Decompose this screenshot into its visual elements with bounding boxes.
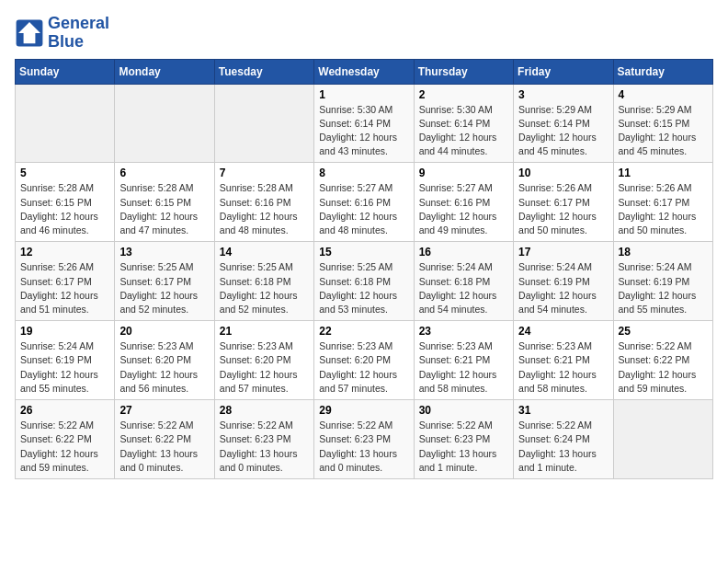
calendar-cell: 13Sunrise: 5:25 AM Sunset: 6:17 PM Dayli…	[115, 242, 214, 321]
day-number: 21	[220, 325, 309, 338]
logo: General Blue	[15, 15, 109, 52]
day-info: Sunrise: 5:23 AM Sunset: 6:20 PM Dayligh…	[319, 339, 408, 396]
calendar-cell	[214, 84, 313, 163]
week-row-5: 26Sunrise: 5:22 AM Sunset: 6:22 PM Dayli…	[16, 400, 713, 479]
calendar-header-row: SundayMondayTuesdayWednesdayThursdayFrid…	[16, 59, 713, 84]
day-info: Sunrise: 5:27 AM Sunset: 6:16 PM Dayligh…	[319, 181, 408, 237]
calendar-cell: 23Sunrise: 5:23 AM Sunset: 6:21 PM Dayli…	[414, 321, 513, 400]
day-number: 28	[220, 404, 309, 417]
logo-icon	[15, 18, 44, 48]
calendar-cell: 17Sunrise: 5:24 AM Sunset: 6:19 PM Dayli…	[514, 242, 613, 321]
calendar-cell: 21Sunrise: 5:23 AM Sunset: 6:20 PM Dayli…	[214, 321, 313, 400]
calendar-cell: 1Sunrise: 5:30 AM Sunset: 6:14 PM Daylig…	[314, 84, 414, 163]
calendar-cell: 2Sunrise: 5:30 AM Sunset: 6:14 PM Daylig…	[414, 84, 513, 163]
day-info: Sunrise: 5:25 AM Sunset: 6:17 PM Dayligh…	[119, 260, 209, 316]
day-info: Sunrise: 5:26 AM Sunset: 6:17 PM Dayligh…	[518, 181, 608, 237]
calendar-cell: 24Sunrise: 5:23 AM Sunset: 6:21 PM Dayli…	[514, 321, 613, 400]
calendar-cell: 15Sunrise: 5:25 AM Sunset: 6:18 PM Dayli…	[314, 242, 414, 321]
day-info: Sunrise: 5:25 AM Sunset: 6:18 PM Dayligh…	[220, 260, 309, 316]
day-number: 6	[119, 167, 209, 179]
day-info: Sunrise: 5:23 AM Sunset: 6:21 PM Dayligh…	[518, 339, 608, 396]
calendar-cell: 5Sunrise: 5:28 AM Sunset: 6:15 PM Daylig…	[16, 163, 115, 242]
calendar-cell	[16, 84, 115, 163]
calendar-cell: 25Sunrise: 5:22 AM Sunset: 6:22 PM Dayli…	[613, 321, 712, 400]
calendar-cell: 19Sunrise: 5:24 AM Sunset: 6:19 PM Dayli…	[16, 321, 115, 400]
day-number: 29	[319, 404, 408, 417]
calendar-cell: 11Sunrise: 5:26 AM Sunset: 6:17 PM Dayli…	[613, 163, 712, 242]
calendar-cell: 3Sunrise: 5:29 AM Sunset: 6:14 PM Daylig…	[514, 84, 613, 163]
day-number: 10	[518, 167, 608, 179]
day-info: Sunrise: 5:26 AM Sunset: 6:17 PM Dayligh…	[619, 181, 708, 237]
day-info: Sunrise: 5:30 AM Sunset: 6:14 PM Dayligh…	[419, 103, 508, 159]
day-info: Sunrise: 5:22 AM Sunset: 6:22 PM Dayligh…	[20, 419, 109, 475]
day-number: 7	[220, 167, 309, 179]
day-number: 25	[619, 325, 708, 338]
calendar-cell	[115, 84, 214, 163]
calendar-cell: 26Sunrise: 5:22 AM Sunset: 6:22 PM Dayli…	[16, 400, 115, 479]
day-info: Sunrise: 5:27 AM Sunset: 6:16 PM Dayligh…	[419, 181, 508, 237]
day-number: 26	[20, 404, 109, 417]
week-row-1: 1Sunrise: 5:30 AM Sunset: 6:14 PM Daylig…	[16, 84, 713, 163]
day-info: Sunrise: 5:28 AM Sunset: 6:15 PM Dayligh…	[20, 181, 109, 237]
day-number: 18	[619, 246, 708, 259]
day-number: 5	[20, 167, 109, 179]
page-header: General Blue	[15, 15, 713, 52]
calendar-cell: 29Sunrise: 5:22 AM Sunset: 6:23 PM Dayli…	[314, 400, 414, 479]
day-info: Sunrise: 5:22 AM Sunset: 6:23 PM Dayligh…	[319, 419, 408, 475]
logo-text: General Blue	[48, 15, 109, 52]
calendar-cell: 30Sunrise: 5:22 AM Sunset: 6:23 PM Dayli…	[414, 400, 513, 479]
calendar-cell: 10Sunrise: 5:26 AM Sunset: 6:17 PM Dayli…	[514, 163, 613, 242]
day-info: Sunrise: 5:22 AM Sunset: 6:23 PM Dayligh…	[220, 419, 309, 475]
day-number: 9	[419, 167, 508, 179]
day-info: Sunrise: 5:24 AM Sunset: 6:19 PM Dayligh…	[20, 339, 109, 396]
day-number: 11	[619, 167, 708, 179]
day-header-monday: Monday	[115, 59, 214, 84]
day-info: Sunrise: 5:29 AM Sunset: 6:14 PM Dayligh…	[518, 103, 608, 159]
day-info: Sunrise: 5:24 AM Sunset: 6:19 PM Dayligh…	[518, 260, 608, 316]
day-info: Sunrise: 5:30 AM Sunset: 6:14 PM Dayligh…	[319, 103, 408, 159]
day-number: 31	[518, 404, 608, 417]
calendar-cell: 8Sunrise: 5:27 AM Sunset: 6:16 PM Daylig…	[314, 163, 414, 242]
day-number: 1	[319, 88, 408, 101]
day-number: 17	[518, 246, 608, 259]
day-number: 24	[518, 325, 608, 338]
calendar-cell: 12Sunrise: 5:26 AM Sunset: 6:17 PM Dayli…	[16, 242, 115, 321]
day-info: Sunrise: 5:22 AM Sunset: 6:23 PM Dayligh…	[419, 419, 508, 475]
day-info: Sunrise: 5:23 AM Sunset: 6:20 PM Dayligh…	[119, 339, 209, 396]
day-number: 2	[419, 88, 508, 101]
day-header-tuesday: Tuesday	[214, 59, 313, 84]
day-info: Sunrise: 5:29 AM Sunset: 6:15 PM Dayligh…	[619, 103, 708, 159]
day-info: Sunrise: 5:24 AM Sunset: 6:18 PM Dayligh…	[419, 260, 508, 316]
day-number: 27	[119, 404, 209, 417]
calendar-cell: 6Sunrise: 5:28 AM Sunset: 6:15 PM Daylig…	[115, 163, 214, 242]
day-number: 20	[119, 325, 209, 338]
calendar-cell: 28Sunrise: 5:22 AM Sunset: 6:23 PM Dayli…	[214, 400, 313, 479]
calendar-cell: 9Sunrise: 5:27 AM Sunset: 6:16 PM Daylig…	[414, 163, 513, 242]
day-number: 3	[518, 88, 608, 101]
week-row-4: 19Sunrise: 5:24 AM Sunset: 6:19 PM Dayli…	[16, 321, 713, 400]
day-info: Sunrise: 5:23 AM Sunset: 6:21 PM Dayligh…	[419, 339, 508, 396]
day-info: Sunrise: 5:26 AM Sunset: 6:17 PM Dayligh…	[20, 260, 109, 316]
day-number: 19	[20, 325, 109, 338]
day-number: 16	[419, 246, 508, 259]
day-header-sunday: Sunday	[16, 59, 115, 84]
calendar-cell: 27Sunrise: 5:22 AM Sunset: 6:22 PM Dayli…	[115, 400, 214, 479]
day-number: 4	[619, 88, 708, 101]
week-row-3: 12Sunrise: 5:26 AM Sunset: 6:17 PM Dayli…	[16, 242, 713, 321]
day-header-friday: Friday	[514, 59, 613, 84]
calendar-cell	[613, 400, 712, 479]
day-info: Sunrise: 5:22 AM Sunset: 6:24 PM Dayligh…	[518, 419, 608, 475]
calendar-cell: 7Sunrise: 5:28 AM Sunset: 6:16 PM Daylig…	[214, 163, 313, 242]
day-info: Sunrise: 5:22 AM Sunset: 6:22 PM Dayligh…	[119, 419, 209, 475]
day-info: Sunrise: 5:28 AM Sunset: 6:16 PM Dayligh…	[220, 181, 309, 237]
calendar-table: SundayMondayTuesdayWednesdayThursdayFrid…	[15, 59, 713, 479]
calendar-cell: 14Sunrise: 5:25 AM Sunset: 6:18 PM Dayli…	[214, 242, 313, 321]
day-header-saturday: Saturday	[613, 59, 712, 84]
day-header-thursday: Thursday	[414, 59, 513, 84]
week-row-2: 5Sunrise: 5:28 AM Sunset: 6:15 PM Daylig…	[16, 163, 713, 242]
day-info: Sunrise: 5:25 AM Sunset: 6:18 PM Dayligh…	[319, 260, 408, 316]
calendar-cell: 4Sunrise: 5:29 AM Sunset: 6:15 PM Daylig…	[613, 84, 712, 163]
day-number: 13	[119, 246, 209, 259]
day-number: 15	[319, 246, 408, 259]
day-header-wednesday: Wednesday	[314, 59, 414, 84]
